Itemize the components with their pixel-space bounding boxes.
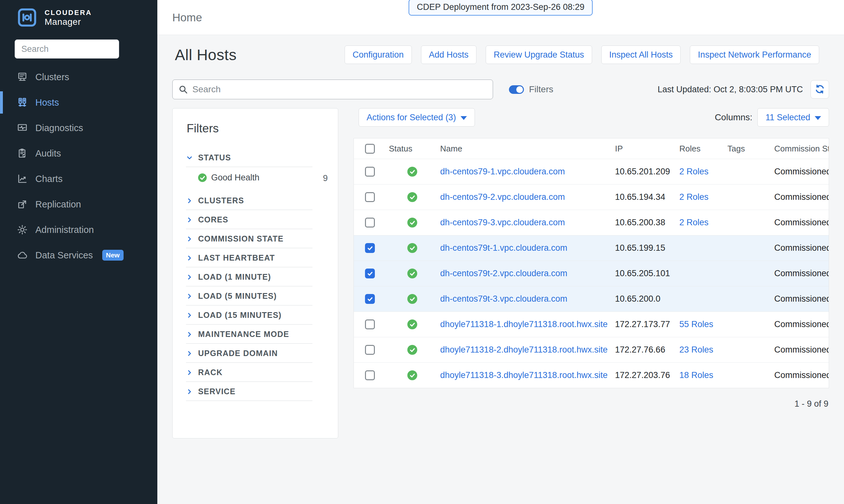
host-name-link[interactable]: dh-centos79-1.vpc.cloudera.com (440, 167, 565, 176)
filter-section-header-commission-state[interactable]: COMMISSION STATE (186, 229, 312, 248)
filter-section-clusters: CLUSTERS (186, 191, 312, 210)
roles-link[interactable]: 2 Roles (679, 192, 709, 202)
filter-section-label: CLUSTERS (198, 196, 244, 205)
roles-link[interactable]: 2 Roles (679, 218, 709, 227)
ip-cell: 172.27.173.77 (615, 320, 679, 329)
status-cell (389, 371, 440, 380)
table-column: Actions for Selected (3) Columns: 11 Sel… (354, 108, 829, 409)
host-name-link[interactable]: dh-centos79t-3.vpc.cloudera.com (440, 294, 567, 304)
host-name-link[interactable]: dh-centos79-2.vpc.cloudera.com (440, 192, 565, 202)
filters-toggle-switch[interactable] (509, 85, 524, 94)
column-header-ip[interactable]: IP (615, 144, 679, 154)
inspect-network-performance-button[interactable]: Inspect Network Performance (690, 46, 819, 64)
filter-section-header-maintenance-mode[interactable]: MAINTENANCE MODE (186, 325, 312, 343)
sidebar-item-label: Administration (35, 224, 94, 235)
table-row: dh-centos79-3.vpc.cloudera.com10.65.200.… (354, 210, 829, 235)
sidebar-item-label: Charts (35, 174, 63, 184)
row-checkbox[interactable] (365, 294, 375, 304)
sidebar-search-input[interactable] (15, 39, 119, 58)
sidebar-item-data-services[interactable]: Data ServicesNew (0, 242, 157, 268)
filters-sections: STATUSGood Health9CLUSTERSCORESCOMMISSIO… (186, 148, 312, 401)
sidebar-item-replication[interactable]: Replication (0, 192, 157, 217)
sidebar-item-diagnostics[interactable]: Diagnostics (0, 115, 157, 141)
sidebar-item-administration[interactable]: Administration (0, 217, 157, 242)
select-all-checkbox[interactable] (365, 144, 375, 154)
filter-section-header-upgrade-domain[interactable]: UPGRADE DOMAIN (186, 344, 312, 362)
sidebar-item-audits[interactable]: Audits (0, 141, 157, 166)
filter-section-header-last-heartbeat[interactable]: LAST HEARTBEAT (186, 248, 312, 267)
chevron-right-icon (186, 293, 193, 300)
commission-state-cell: Commissioned (774, 167, 829, 177)
host-name-link[interactable]: dh-centos79t-1.vpc.cloudera.com (440, 243, 567, 253)
columns-select-button[interactable]: 11 Selected (757, 108, 829, 127)
page-title: All Hosts (175, 46, 237, 64)
filter-section-header-service[interactable]: SERVICE (186, 382, 312, 401)
filters-toggle[interactable]: Filters (509, 84, 553, 94)
table-row: dh-centos79t-1.vpc.cloudera.com10.65.199… (354, 235, 829, 260)
filter-section-header-load-1-minute[interactable]: LOAD (1 MINUTE) (186, 267, 312, 286)
actions-for-selected-button[interactable]: Actions for Selected (3) (359, 108, 475, 127)
host-name-cell: dh-centos79t-2.vpc.cloudera.com (440, 269, 615, 278)
roles-link[interactable]: 23 Roles (679, 345, 713, 355)
filter-option-good-health[interactable]: Good Health (198, 173, 312, 183)
filter-section-header-status[interactable]: STATUS (186, 148, 312, 167)
host-name-link[interactable]: dhoyle711318-2.dhoyle711318.root.hwx.sit… (440, 345, 608, 355)
row-checkbox-cell (354, 294, 389, 304)
hosts-table: StatusNameIPRolesTagsCommission Statedh-… (354, 138, 829, 388)
filter-section-label: MAINTENANCE MODE (198, 330, 289, 339)
row-checkbox[interactable] (365, 320, 375, 329)
commission-state-cell: Commissioned (774, 320, 829, 329)
deployment-badge: CDEP Deployment from 2023-Sep-26 08:29 (409, 0, 593, 16)
host-name-cell: dh-centos79-1.vpc.cloudera.com (440, 167, 615, 177)
filters-panel: Filters STATUSGood Health9CLUSTERSCORESC… (172, 108, 338, 438)
search-row: Filters Last Updated: Oct 2, 8:03:05 PM … (172, 79, 829, 99)
column-header-status[interactable]: Status (389, 144, 440, 154)
last-updated-text: Last Updated: Oct 2, 8:03:05 PM UTC (658, 85, 803, 94)
roles-link[interactable]: 55 Roles (679, 320, 713, 329)
add-hosts-button[interactable]: Add Hosts (421, 46, 477, 64)
filter-section-upgrade-domain: UPGRADE DOMAIN (186, 344, 312, 363)
filter-section-label: CORES (198, 215, 228, 224)
filter-section-header-load-15-minutes[interactable]: LOAD (15 MINUTES) (186, 305, 312, 324)
chevron-down-icon (186, 154, 193, 161)
filter-section-header-rack[interactable]: RACK (186, 363, 312, 381)
status-cell (389, 167, 440, 177)
host-name-cell: dhoyle711318-2.dhoyle711318.root.hwx.sit… (440, 345, 615, 355)
roles-cell: 2 Roles (679, 167, 727, 177)
sidebar-item-charts[interactable]: Charts (0, 166, 157, 192)
refresh-button[interactable] (811, 80, 829, 98)
roles-cell: 23 Roles (679, 345, 727, 355)
row-checkbox[interactable] (365, 167, 375, 177)
column-header-commission-state[interactable]: Commission State (774, 144, 829, 154)
host-name-link[interactable]: dhoyle711318-3.dhoyle711318.root.hwx.sit… (440, 371, 608, 380)
column-header-roles[interactable]: Roles (679, 144, 727, 154)
filter-section-header-load-5-minutes[interactable]: LOAD (5 MINUTES) (186, 286, 312, 305)
row-checkbox[interactable] (365, 269, 375, 278)
row-checkbox[interactable] (365, 371, 375, 380)
host-name-link[interactable]: dhoyle711318-1.dhoyle711318.root.hwx.sit… (440, 320, 608, 329)
row-checkbox[interactable] (365, 218, 375, 228)
hosts-search-input[interactable] (172, 79, 493, 99)
review-upgrade-status-button[interactable]: Review Upgrade Status (486, 46, 592, 64)
sidebar-item-hosts[interactable]: Hosts (0, 90, 157, 115)
header-checkbox-cell (354, 144, 389, 154)
hosts-search (172, 79, 493, 99)
sidebar-item-clusters[interactable]: Clusters (0, 64, 157, 90)
filter-section-header-clusters[interactable]: CLUSTERS (186, 191, 312, 210)
host-name-link[interactable]: dh-centos79-3.vpc.cloudera.com (440, 218, 565, 227)
row-checkbox[interactable] (365, 243, 375, 253)
chevron-right-icon (186, 254, 193, 262)
column-header-tags[interactable]: Tags (727, 144, 774, 154)
configuration-button[interactable]: Configuration (345, 46, 412, 64)
roles-link[interactable]: 2 Roles (679, 167, 709, 176)
status-cell (389, 243, 440, 253)
row-checkbox[interactable] (365, 345, 375, 355)
row-checkbox[interactable] (365, 192, 375, 202)
column-header-name[interactable]: Name (440, 144, 615, 154)
host-name-link[interactable]: dh-centos79t-2.vpc.cloudera.com (440, 269, 567, 278)
filter-section-commission-state: COMMISSION STATE (186, 229, 312, 248)
inspect-all-hosts-button[interactable]: Inspect All Hosts (601, 46, 681, 64)
good-health-icon (407, 345, 417, 355)
filter-section-header-cores[interactable]: CORES (186, 210, 312, 229)
roles-link[interactable]: 18 Roles (679, 371, 713, 380)
